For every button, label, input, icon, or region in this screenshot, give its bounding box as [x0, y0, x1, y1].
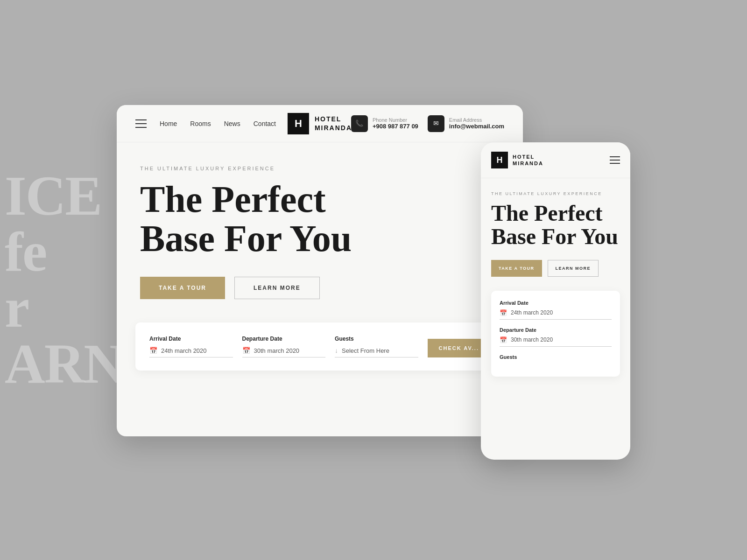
mobile-departure-label: Departure Date: [500, 327, 612, 333]
desktop-nav: Home Rooms News Contact: [160, 120, 276, 127]
calendar-icon-2: 📅: [242, 347, 250, 354]
mobile-logo: H HOTEL MIRANDA: [491, 152, 543, 168]
desktop-contact: 📞 Phone Number +908 987 877 09 ✉ Email A…: [351, 115, 504, 132]
desktop-take-tour-button[interactable]: TAKE A TOUR: [140, 277, 225, 299]
email-icon: ✉: [428, 115, 444, 132]
desktop-guests-input[interactable]: ↓ Select From Here: [335, 347, 418, 357]
mobile-logo-name: HOTEL MIRANDA: [513, 154, 543, 167]
nav-news[interactable]: News: [224, 120, 240, 127]
mobile-logo-h-mark: H: [491, 152, 508, 168]
desktop-main: THE ULTIMATE LUXURY EXPERIENCE The Perfe…: [117, 142, 523, 436]
desktop-header: Home Rooms News Contact H HOTEL MIRANDA …: [117, 105, 523, 142]
mobile-guests-label: Guests: [500, 354, 612, 360]
mobile-take-tour-button[interactable]: TAKE A TOUR: [491, 260, 542, 277]
mobile-hamburger-icon[interactable]: [610, 156, 620, 164]
email-contact: ✉ Email Address info@webmail.com: [428, 115, 504, 132]
mobile-departure-field: Departure Date 📅 30th march 2020: [500, 327, 612, 347]
background-text: ICE fe r ARN: [0, 0, 93, 560]
mobile-eyebrow: THE ULTIMATE LUXURY EXPERIENCE: [491, 191, 620, 196]
mobile-calendar-icon-2: 📅: [500, 336, 507, 343]
logo-h-mark: H: [288, 113, 309, 134]
desktop-arrival-label: Arrival Date: [149, 336, 233, 342]
phone-icon: 📞: [351, 115, 368, 132]
desktop-guests-label: Guests: [335, 336, 418, 342]
chevron-down-icon: ↓: [335, 347, 338, 354]
mobile-guests-field: Guests: [500, 354, 612, 360]
desktop-eyebrow: THE ULTIMATE LUXURY EXPERIENCE: [140, 166, 500, 171]
mobile-arrival-input[interactable]: 📅 24th march 2020: [500, 309, 612, 320]
mobile-learn-more-button[interactable]: LEARN MORE: [548, 260, 599, 277]
mobile-hero-title: The Perfect Base For You: [491, 202, 620, 249]
calendar-icon: 📅: [149, 347, 157, 354]
nav-rooms[interactable]: Rooms: [190, 120, 211, 127]
desktop-departure-input[interactable]: 📅 30th march 2020: [242, 347, 326, 357]
mobile-mockup: H HOTEL MIRANDA THE ULTIMATE LUXURY EXPE…: [481, 142, 630, 460]
logo-name: HOTEL MIRANDA: [315, 115, 352, 132]
desktop-logo: H HOTEL MIRANDA: [288, 113, 352, 134]
desktop-hero-buttons: TAKE A TOUR LEARN MORE: [140, 277, 500, 299]
mobile-arrival-field: Arrival Date 📅 24th march 2020: [500, 300, 612, 320]
nav-contact[interactable]: Contact: [254, 120, 276, 127]
mobile-booking-bar: Arrival Date 📅 24th march 2020 Departure…: [491, 291, 620, 377]
scene-container: Home Rooms News Contact H HOTEL MIRANDA …: [117, 105, 630, 455]
mobile-calendar-icon: 📅: [500, 309, 507, 316]
desktop-mockup: Home Rooms News Contact H HOTEL MIRANDA …: [117, 105, 523, 436]
desktop-booking-bar: Arrival Date 📅 24th march 2020 Departure…: [135, 322, 504, 371]
mobile-hero-buttons: TAKE A TOUR LEARN MORE: [491, 260, 620, 277]
phone-info: Phone Number +908 987 877 09: [373, 117, 418, 130]
desktop-departure-label: Departure Date: [242, 336, 326, 342]
desktop-hero-title: The Perfect Base For You: [140, 180, 500, 258]
mobile-arrival-label: Arrival Date: [500, 300, 612, 306]
phone-contact: 📞 Phone Number +908 987 877 09: [351, 115, 418, 132]
desktop-guests-field: Guests ↓ Select From Here: [335, 336, 418, 357]
nav-home[interactable]: Home: [160, 120, 177, 127]
desktop-learn-more-button[interactable]: LEARN MORE: [234, 277, 320, 299]
mobile-departure-input[interactable]: 📅 30th march 2020: [500, 336, 612, 347]
desktop-arrival-field: Arrival Date 📅 24th march 2020: [149, 336, 233, 357]
email-info: Email Address info@webmail.com: [449, 117, 504, 130]
desktop-departure-field: Departure Date 📅 30th march 2020: [242, 336, 326, 357]
mobile-main: THE ULTIMATE LUXURY EXPERIENCE The Perfe…: [481, 178, 630, 460]
mobile-header: H HOTEL MIRANDA: [481, 142, 630, 178]
desktop-arrival-input[interactable]: 📅 24th march 2020: [149, 347, 233, 357]
hamburger-icon[interactable]: [135, 119, 147, 128]
